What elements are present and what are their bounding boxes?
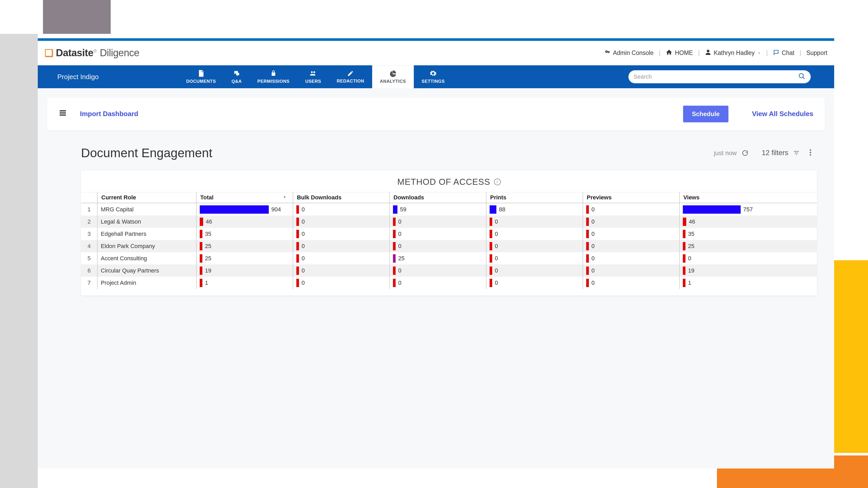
metric-cell: 0 [486,216,583,228]
brand-product: Diligence [100,47,139,58]
metric-cell: 0 [389,228,486,240]
table-row[interactable]: 2Legal & Watson46000046 [81,216,817,228]
nav-tab-permissions[interactable]: PERMISSIONS [249,65,298,88]
role-name: Project Admin [97,276,196,289]
view-all-schedules-link[interactable]: View All Schedules [752,110,813,118]
logo-mark-icon: ❏ [44,47,53,59]
metric-cell: 0 [293,240,389,252]
caret-down-icon [757,50,761,57]
nav-tab-analytics[interactable]: ANALYTICS [372,65,414,88]
documents-icon [197,70,205,78]
dashboard-toolbar: Import Dashboard Schedule View All Sched… [47,98,825,130]
col-prints[interactable]: Prints [486,192,583,203]
role-name: Accent Consulting [97,252,196,264]
metric-cell: 0 [679,252,776,264]
hamburger-icon[interactable] [59,108,67,120]
nav-tab-documents[interactable]: DOCUMENTS [178,65,224,88]
decoration-gray-light [0,34,38,488]
metric-cell: 0 [583,276,679,289]
table-header: Current Role Total Bulk Downloads Downlo… [81,192,817,203]
home-icon [665,49,673,57]
metric-cell: 0 [389,276,486,289]
filters-count[interactable]: 12 filters [762,149,788,157]
metric-cell: 19 [679,264,776,276]
table-row[interactable]: 6Circular Quay Partners19000019 [81,264,817,276]
table-row[interactable]: 4Eldon Park Company25000025 [81,240,817,252]
admin-console-link[interactable]: Admin Console [605,50,654,57]
chat-link[interactable]: Chat [773,49,795,57]
schedule-button[interactable]: Schedule [683,106,729,122]
chat-icon [773,49,779,57]
metric-cell: 0 [583,216,679,228]
table-row[interactable]: 3Edgehall Partners35000035 [81,228,817,240]
qa-icon [233,70,240,78]
search-icon[interactable] [798,73,806,81]
metric-cell: 46 [196,216,293,228]
svg-point-3 [810,152,811,153]
col-previews[interactable]: Previews [583,192,679,203]
metric-cell: 0 [583,264,679,276]
col-downloads[interactable]: Downloads [389,192,486,203]
row-number: 4 [81,240,97,252]
metric-cell: 0 [486,228,583,240]
table-row[interactable]: 7Project Admin100001 [81,276,817,289]
metric-cell: 0 [293,264,389,276]
row-number: 6 [81,264,97,276]
nav-tabs: DOCUMENTSQ&APERMISSIONSUSERSREDACTIONANA… [178,65,453,88]
page-title: Document Engagement [81,146,212,160]
nav-tab-redaction[interactable]: REDACTION [329,65,372,88]
metric-cell: 0 [486,276,583,289]
info-icon[interactable]: i [494,178,501,185]
logo[interactable]: ❏ Datasite® Diligence [44,47,139,59]
col-total[interactable]: Total [196,192,293,203]
metric-cell: 0 [583,252,679,264]
nav-tab-users[interactable]: USERS [298,65,329,88]
filter-icon[interactable] [793,150,800,156]
metric-cell: 25 [196,240,293,252]
refresh-button[interactable] [741,150,749,157]
decoration-yellow [834,260,868,453]
row-number: 2 [81,216,97,228]
settings-icon [429,70,437,78]
user-icon [705,49,711,57]
more-menu[interactable] [809,149,812,157]
table-row[interactable]: 1MRG Capital904059880757 [81,203,817,216]
support-link[interactable]: Support [806,50,827,57]
role-name: Edgehall Partners [97,228,196,240]
col-current-role[interactable]: Current Role [97,192,196,203]
content-area: Import Dashboard Schedule View All Sched… [38,88,834,468]
metric-cell: 0 [293,252,389,264]
user-menu[interactable]: Kathryn Hadley [705,49,761,57]
metric-cell: 35 [196,228,293,240]
search-input[interactable] [628,70,811,83]
project-name[interactable]: Project Indigo [38,65,178,88]
home-link[interactable]: HOME [665,49,693,57]
nav-tab-settings[interactable]: SETTINGS [414,65,453,88]
panel-title: METHOD OF ACCESS i [81,177,817,187]
metric-cell: 0 [583,203,679,216]
svg-point-4 [810,154,811,156]
metric-cell: 1 [196,276,293,289]
nav-tab-qa[interactable]: Q&A [224,65,249,88]
svg-point-0 [799,74,803,78]
method-of-access-panel: METHOD OF ACCESS i Current Role Total Bu… [81,170,817,295]
page-header: Document Engagement just now 12 filters [47,130,825,170]
brand-name: Datasite [56,47,93,58]
col-views[interactable]: Views [679,192,776,203]
import-dashboard-button[interactable]: Import Dashboard [80,110,138,118]
app-frame: ❏ Datasite® Diligence Admin Console | HO… [38,38,834,468]
metric-cell: 0 [293,216,389,228]
metric-cell: 0 [583,228,679,240]
table-row[interactable]: 5Accent Consulting25025000 [81,252,817,264]
main-nav: Project Indigo DOCUMENTSQ&APERMISSIONSUS… [38,65,834,88]
svg-point-2 [810,149,811,151]
metric-cell: 46 [679,216,776,228]
row-number: 5 [81,252,97,264]
svg-line-1 [803,77,805,79]
col-bulk-downloads[interactable]: Bulk Downloads [293,192,389,203]
search-field[interactable] [633,73,796,80]
role-name: Circular Quay Partners [97,264,196,276]
metric-cell: 0 [486,252,583,264]
users-icon [309,70,317,78]
metric-cell: 0 [389,216,486,228]
